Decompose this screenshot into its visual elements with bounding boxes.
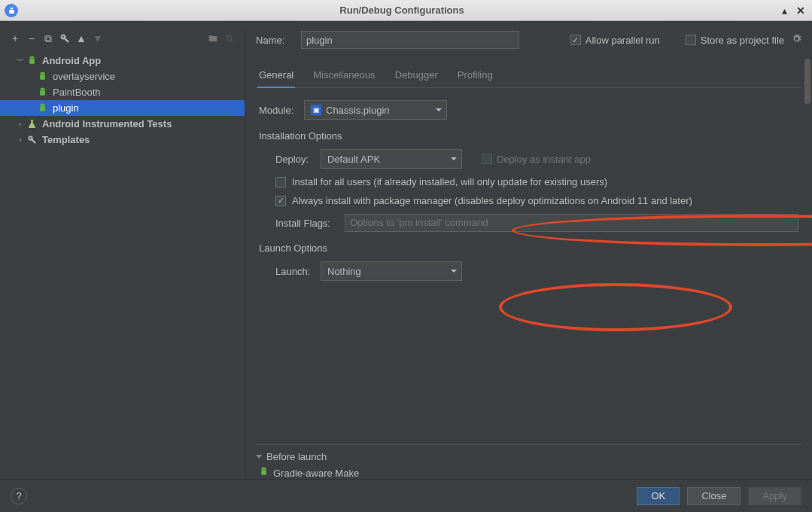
checkbox-icon [686, 35, 696, 45]
name-input[interactable] [301, 31, 519, 49]
copy-icon[interactable]: ⧉ [42, 32, 54, 44]
before-launch-label: Before launch [266, 451, 327, 462]
chevron-down-icon: ﹀ [15, 56, 26, 66]
deploy-instant-label: Deploy as instant app [497, 154, 591, 165]
remove-icon[interactable]: − [26, 32, 38, 44]
dialog-body: + − ⧉ ▲ ▼ ⇅ ﹀ [0, 21, 812, 512]
install-section-title: Installation Options [259, 130, 798, 142]
tab-bar: General Miscellaneous Debugger Profiling [256, 69, 801, 88]
tree-label: overlayservice [53, 71, 115, 82]
tree-label: Android Instrumented Tests [42, 118, 172, 130]
module-icon: ▣ [311, 105, 321, 115]
chevron-right-icon: › [15, 120, 26, 128]
install-flags-input[interactable]: Options to 'pm install' command [345, 214, 798, 232]
folder-icon[interactable] [207, 32, 219, 44]
chevron-down-icon [451, 157, 457, 160]
left-panel: + − ⧉ ▲ ▼ ⇅ ﹀ [0, 29, 245, 479]
android-icon [26, 55, 38, 67]
allow-parallel-checkbox[interactable]: Allow parallel run [570, 35, 660, 46]
android-icon [36, 102, 48, 114]
tree-node-paintbooth[interactable]: PaintBooth [0, 84, 245, 100]
vertical-scrollbar[interactable] [804, 59, 810, 471]
tree-label: PaintBooth [53, 87, 101, 98]
tree-label: plugin [53, 102, 79, 114]
svg-point-4 [41, 89, 41, 90]
apply-button[interactable]: Apply [748, 487, 801, 505]
launch-section-title: Launch Options [259, 242, 798, 254]
config-tree: ﹀ Android App overlayservice [0, 48, 245, 479]
config-toolbar: + − ⧉ ▲ ▼ ⇅ [0, 29, 245, 48]
svg-point-7 [43, 105, 44, 105]
checkbox-icon [570, 35, 581, 45]
before-launch-header[interactable]: Before launch [256, 451, 801, 462]
wrench-icon[interactable] [59, 32, 71, 44]
install-flags-label: Install Flags: [275, 218, 339, 229]
store-project-checkbox[interactable]: Store as project file [686, 34, 801, 46]
tree-label: Templates [42, 134, 90, 145]
svg-point-6 [41, 105, 41, 105]
general-form: Module: ▣ Chassis.plugin Installation Op… [245, 88, 812, 444]
window-title-bar: Run/Debug Configurations ▴ ✕ [0, 0, 812, 21]
chevron-down-icon [451, 270, 457, 273]
tab-general[interactable]: General [257, 69, 295, 88]
allow-parallel-label: Allow parallel run [585, 35, 660, 46]
down-icon[interactable]: ▼ [92, 32, 104, 44]
tree-node-instrumented[interactable]: › Android Instrumented Tests [0, 116, 245, 132]
svg-point-1 [32, 57, 33, 58]
chevron-right-icon: › [15, 136, 26, 144]
deploy-value: Default APK [327, 154, 380, 165]
tree-label: Android App [42, 55, 101, 66]
android-icon [259, 467, 269, 479]
svg-point-2 [41, 73, 41, 74]
install-flags-placeholder: Options to 'pm install' command [350, 217, 488, 228]
help-button[interactable]: ? [11, 488, 27, 504]
android-icon [36, 71, 48, 83]
gear-icon[interactable] [792, 34, 801, 46]
module-label: Module: [259, 105, 304, 116]
install-all-users-checkbox[interactable] [275, 177, 286, 187]
tree-node-android-app[interactable]: ﹀ Android App [0, 53, 245, 69]
deploy-instant-checkbox: Deploy as instant app [482, 154, 591, 165]
right-panel: Name: Allow parallel run Store as projec… [245, 29, 812, 479]
tree-node-templates[interactable]: › Templates [0, 132, 245, 148]
tree-node-overlayservice[interactable]: overlayservice [0, 69, 245, 84]
ok-button[interactable]: OK [637, 487, 680, 505]
add-icon[interactable]: + [9, 32, 21, 44]
before-launch-section: Before launch Gradle-aware Make [256, 444, 801, 479]
chevron-down-icon [436, 108, 442, 111]
wrench-icon [26, 134, 38, 146]
gradle-make-label: Gradle-aware Make [273, 468, 359, 479]
svg-point-3 [43, 73, 44, 74]
launch-value: Nothing [327, 266, 361, 277]
launch-label: Launch: [275, 266, 315, 277]
window-title: Run/Debug Configurations [24, 5, 780, 16]
svg-point-0 [30, 57, 31, 58]
before-launch-item[interactable]: Gradle-aware Make [256, 462, 801, 479]
checkbox-icon [482, 154, 492, 164]
up-icon[interactable]: ▲ [75, 32, 87, 44]
tab-misc[interactable]: Miscellaneous [312, 69, 376, 87]
tree-node-plugin[interactable]: plugin [0, 100, 245, 116]
triangle-down-icon [256, 455, 262, 459]
minimize-icon[interactable]: ▴ [780, 5, 789, 16]
module-select[interactable]: ▣ Chassis.plugin [304, 100, 447, 120]
bottom-bar: ? OK Close Apply [0, 479, 812, 512]
close-button[interactable]: Close [687, 487, 741, 505]
scrollbar-thumb[interactable] [804, 59, 810, 104]
app-icon [5, 4, 18, 17]
name-label: Name: [256, 35, 293, 46]
close-window-icon[interactable]: ✕ [794, 5, 807, 16]
tab-debugger[interactable]: Debugger [394, 69, 439, 87]
install-all-users-label: Install for all users (if already instal… [292, 176, 607, 187]
module-value: Chassis.plugin [326, 105, 390, 116]
launch-select[interactable]: Nothing [321, 261, 462, 281]
flask-icon [26, 118, 38, 130]
svg-point-5 [43, 89, 44, 90]
deploy-label: Deploy: [275, 154, 315, 165]
store-project-label: Store as project file [701, 35, 784, 46]
deploy-select[interactable]: Default APK [321, 149, 462, 169]
always-pm-label: Always install with package manager (dis… [292, 195, 692, 206]
tab-profiling[interactable]: Profiling [456, 69, 494, 87]
sort-icon[interactable]: ⇅ [224, 32, 236, 44]
always-pm-checkbox[interactable] [275, 196, 286, 206]
